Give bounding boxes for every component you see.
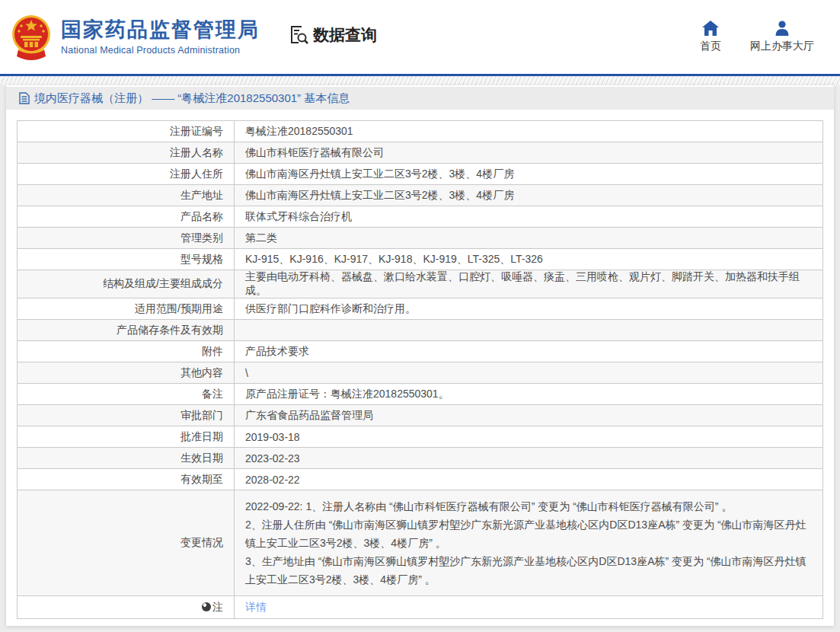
row-label: 生效日期: [18, 448, 235, 469]
content-panel: 境内医疗器械（注册） —— “粤械注准20182550301” 基本信息 注册证…: [6, 85, 834, 626]
row-value: \: [235, 362, 823, 384]
table-row: 管理类别 第二类: [18, 228, 823, 249]
note-label: 注: [212, 601, 223, 613]
row-label: 其他内容: [18, 362, 235, 384]
table-row-change-history: 变更情况 2022-09-22: 1、注册人名称由 “佛山市科钜医疗器械有限公司…: [18, 490, 823, 596]
hatch-pattern-strip: [0, 76, 840, 85]
table-row: 备注 原产品注册证号：粤械注准20182550301。: [18, 384, 823, 405]
table-row: 型号规格 KJ-915、KJ-916、KJ-917、KJ-918、KJ-919、…: [18, 249, 823, 270]
row-label: 产品名称: [18, 206, 235, 228]
note-icon: [202, 602, 211, 611]
brand-text: 国家药品监督管理局 National Medical Products Admi…: [61, 18, 260, 55]
row-value: KJ-915、KJ-916、KJ-917、KJ-918、KJ-919、LT-32…: [235, 249, 823, 270]
top-nav: 首页 网上办事大厅: [700, 21, 814, 53]
row-value: 主要由电动牙科椅、器械盘、漱口给水装置、口腔灯、吸唾器、痰盂、三用喷枪、观片灯、…: [235, 270, 823, 298]
row-label: 产品储存条件及有效期: [18, 320, 235, 341]
person-icon: [774, 21, 790, 36]
row-value: [235, 320, 823, 341]
document-icon: [19, 92, 30, 104]
table-row: 生效日期 2023-02-23: [18, 448, 823, 469]
site-header: 国家药品监督管理局 National Medical Products Admi…: [0, 0, 840, 74]
row-label: 备注: [18, 384, 235, 405]
table-row: 批准日期 2019-03-18: [18, 426, 823, 448]
row-label: 注册人名称: [18, 142, 235, 164]
table-row: 审批部门 广东省食品药品监督管理局: [18, 405, 823, 426]
table-row: 注册人住所 佛山市南海区丹灶镇上安工业二区3号2楼、3楼、4楼厂房: [18, 164, 823, 185]
row-label: 审批部门: [18, 405, 235, 426]
brand-name-en: National Medical Products Administration: [61, 45, 260, 56]
row-label: 型号规格: [18, 249, 235, 270]
nav-service-hall-label: 网上办事大厅: [750, 40, 814, 53]
detail-link[interactable]: 详情: [245, 601, 267, 613]
row-label: 有效期至: [18, 469, 235, 490]
row-label: 注册证编号: [18, 121, 235, 142]
table-row: 产品名称 联体式牙科综合治疗机: [18, 206, 823, 228]
row-label: 生产地址: [18, 185, 235, 206]
brand-name-cn: 国家药品监督管理局: [61, 18, 260, 42]
row-label: 附件: [18, 341, 235, 362]
document-search-icon: [289, 24, 309, 45]
row-label: 注册人住所: [18, 164, 235, 185]
page-title-band: 境内医疗器械（注册） —— “粤械注准20182550301” 基本信息: [6, 87, 834, 110]
nav-item-service-hall[interactable]: 网上办事大厅: [750, 21, 814, 53]
data-query-label: 数据查询: [313, 24, 377, 46]
row-label: 适用范围/预期用途: [18, 298, 235, 320]
table-row: 注册证编号 粤械注准20182550301: [18, 121, 823, 142]
page-title: 境内医疗器械（注册） —— “粤械注准20182550301” 基本信息: [34, 91, 350, 106]
data-query-tab[interactable]: 数据查询: [289, 24, 377, 46]
table-row: 结构及组成/主要组成成分 主要由电动牙科椅、器械盘、漱口给水装置、口腔灯、吸唾器…: [18, 270, 823, 298]
table-row: 附件 产品技术要求: [18, 341, 823, 362]
row-value: 佛山市南海区丹灶镇上安工业二区3号2楼、3楼、4楼厂房: [235, 185, 823, 206]
nmpa-logo[interactable]: 国家药品监督管理局 National Medical Products Admi…: [11, 13, 260, 62]
registration-info-table: 注册证编号 粤械注准20182550301 注册人名称 佛山市科钜医疗器械有限公…: [17, 120, 823, 619]
table-row: 适用范围/预期用途 供医疗部门口腔科作诊断和治疗用。: [18, 298, 823, 320]
row-value: 2023-02-23: [235, 448, 823, 469]
row-value: 佛山市科钜医疗器械有限公司: [235, 142, 823, 164]
home-icon: [702, 21, 719, 36]
table-row: 生产地址 佛山市南海区丹灶镇上安工业二区3号2楼、3楼、4楼厂房: [18, 185, 823, 206]
table-row: 产品储存条件及有效期: [18, 320, 823, 341]
nav-item-home[interactable]: 首页: [700, 21, 721, 53]
row-value: 广东省食品药品监督管理局: [235, 405, 823, 426]
national-emblem-icon: [11, 13, 52, 62]
row-value: 2022-09-22: 1、注册人名称由 “佛山市科钜医疗器械有限公司” 变更为…: [235, 490, 823, 596]
row-value: 2028-02-22: [235, 469, 823, 490]
nav-home-label: 首页: [700, 40, 721, 53]
row-value: 供医疗部门口腔科作诊断和治疗用。: [235, 298, 823, 320]
row-value: 联体式牙科综合治疗机: [235, 206, 823, 228]
row-value: 佛山市南海区丹灶镇上安工业二区3号2楼、3楼、4楼厂房: [235, 164, 823, 185]
row-value: 详情: [235, 596, 823, 619]
row-label: 变更情况: [18, 490, 235, 596]
row-value: 2019-03-18: [235, 426, 823, 448]
row-value: 原产品注册证号：粤械注准20182550301。: [235, 384, 823, 405]
row-label: 注: [18, 596, 235, 619]
table-row: 有效期至 2028-02-22: [18, 469, 823, 490]
table-row: 注册人名称 佛山市科钜医疗器械有限公司: [18, 142, 823, 164]
table-row-note: 注 详情: [18, 596, 823, 619]
row-value: 粤械注准20182550301: [235, 121, 823, 142]
row-label: 结构及组成/主要组成成分: [18, 270, 235, 298]
row-label: 管理类别: [18, 228, 235, 249]
row-label: 批准日期: [18, 426, 235, 448]
row-value: 产品技术要求: [235, 341, 823, 362]
table-row: 其他内容 \: [18, 362, 823, 384]
row-value: 第二类: [235, 228, 823, 249]
